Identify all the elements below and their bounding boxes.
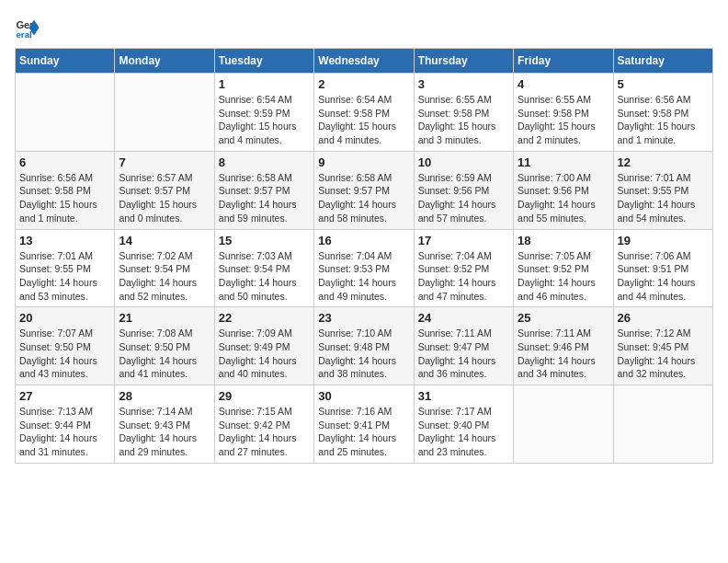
day-number: 27 (19, 389, 110, 403)
day-number: 14 (119, 234, 210, 247)
calendar-week-row: 27Sunrise: 7:13 AM Sunset: 9:44 PM Dayli… (16, 385, 713, 464)
calendar-cell: 19Sunrise: 7:06 AM Sunset: 9:51 PM Dayli… (613, 229, 712, 307)
calendar-cell: 14Sunrise: 7:02 AM Sunset: 9:54 PM Dayli… (115, 229, 214, 307)
day-number: 20 (19, 311, 110, 325)
calendar-week-row: 13Sunrise: 7:01 AM Sunset: 9:55 PM Dayli… (16, 229, 713, 307)
day-info: Sunrise: 7:11 AM Sunset: 9:46 PM Dayligh… (518, 327, 609, 381)
day-of-week-header: Thursday (414, 49, 513, 74)
calendar-cell: 20Sunrise: 7:07 AM Sunset: 9:50 PM Dayli… (16, 307, 115, 385)
day-info: Sunrise: 7:04 AM Sunset: 9:52 PM Dayligh… (418, 249, 509, 304)
day-info: Sunrise: 7:09 AM Sunset: 9:49 PM Dayligh… (219, 327, 310, 381)
day-of-week-header: Saturday (613, 49, 712, 74)
calendar-cell: 9Sunrise: 6:58 AM Sunset: 9:57 PM Daylig… (314, 151, 414, 229)
day-number: 17 (418, 234, 509, 247)
calendar-cell: 12Sunrise: 7:01 AM Sunset: 9:55 PM Dayli… (613, 151, 712, 229)
day-number: 15 (219, 234, 310, 247)
day-info: Sunrise: 6:54 AM Sunset: 9:58 PM Dayligh… (318, 93, 409, 147)
day-info: Sunrise: 6:54 AM Sunset: 9:59 PM Dayligh… (219, 93, 310, 147)
calendar-table: SundayMondayTuesdayWednesdayThursdayFrid… (15, 48, 713, 464)
calendar-cell: 3Sunrise: 6:55 AM Sunset: 9:58 PM Daylig… (414, 74, 513, 152)
day-info: Sunrise: 6:56 AM Sunset: 9:58 PM Dayligh… (618, 93, 709, 147)
day-number: 30 (318, 389, 409, 403)
day-number: 3 (418, 77, 509, 91)
calendar-cell: 31Sunrise: 7:17 AM Sunset: 9:40 PM Dayli… (414, 385, 513, 464)
day-number: 16 (318, 234, 409, 247)
calendar-cell: 29Sunrise: 7:15 AM Sunset: 9:42 PM Dayli… (214, 385, 313, 464)
calendar-cell: 17Sunrise: 7:04 AM Sunset: 9:52 PM Dayli… (414, 229, 513, 307)
day-number: 28 (119, 389, 210, 403)
calendar-cell: 1Sunrise: 6:54 AM Sunset: 9:59 PM Daylig… (214, 74, 313, 152)
day-number: 13 (19, 234, 110, 247)
day-info: Sunrise: 7:07 AM Sunset: 9:50 PM Dayligh… (19, 327, 110, 381)
day-number: 2 (318, 77, 409, 91)
calendar-cell: 16Sunrise: 7:04 AM Sunset: 9:53 PM Dayli… (314, 229, 414, 307)
day-number: 5 (618, 77, 709, 91)
calendar-week-row: 20Sunrise: 7:07 AM Sunset: 9:50 PM Dayli… (16, 307, 713, 385)
day-number: 25 (518, 311, 609, 325)
calendar-cell: 23Sunrise: 7:10 AM Sunset: 9:48 PM Dayli… (314, 307, 414, 385)
calendar-cell (514, 385, 613, 464)
day-info: Sunrise: 7:02 AM Sunset: 9:54 PM Dayligh… (119, 249, 210, 304)
day-number: 8 (219, 155, 310, 169)
calendar-cell (16, 74, 115, 152)
day-info: Sunrise: 7:14 AM Sunset: 9:43 PM Dayligh… (119, 405, 210, 459)
calendar-cell: 6Sunrise: 6:56 AM Sunset: 9:58 PM Daylig… (16, 151, 115, 229)
day-number: 24 (418, 311, 509, 325)
day-info: Sunrise: 7:10 AM Sunset: 9:48 PM Dayligh… (318, 327, 409, 381)
day-number: 31 (418, 389, 509, 403)
calendar-cell (613, 385, 712, 464)
calendar-cell: 13Sunrise: 7:01 AM Sunset: 9:55 PM Dayli… (16, 229, 115, 307)
calendar-cell: 28Sunrise: 7:14 AM Sunset: 9:43 PM Dayli… (115, 385, 214, 464)
day-number: 1 (219, 77, 310, 91)
day-number: 10 (418, 155, 509, 169)
day-info: Sunrise: 6:56 AM Sunset: 9:58 PM Dayligh… (19, 171, 110, 225)
day-of-week-header: Wednesday (314, 49, 414, 74)
day-info: Sunrise: 7:05 AM Sunset: 9:52 PM Dayligh… (518, 249, 609, 304)
day-info: Sunrise: 7:08 AM Sunset: 9:50 PM Dayligh… (119, 327, 210, 381)
day-info: Sunrise: 7:03 AM Sunset: 9:54 PM Dayligh… (219, 249, 310, 304)
calendar-cell: 2Sunrise: 6:54 AM Sunset: 9:58 PM Daylig… (314, 74, 414, 152)
calendar-cell: 7Sunrise: 6:57 AM Sunset: 9:57 PM Daylig… (115, 151, 214, 229)
calendar-cell: 30Sunrise: 7:16 AM Sunset: 9:41 PM Dayli… (314, 385, 414, 464)
logo-icon: Gen eral (15, 15, 40, 40)
day-info: Sunrise: 6:55 AM Sunset: 9:58 PM Dayligh… (518, 93, 609, 147)
day-number: 4 (518, 77, 609, 91)
day-of-week-header: Tuesday (214, 49, 313, 74)
calendar-cell: 25Sunrise: 7:11 AM Sunset: 9:46 PM Dayli… (514, 307, 613, 385)
day-info: Sunrise: 7:16 AM Sunset: 9:41 PM Dayligh… (318, 405, 409, 459)
calendar-cell: 22Sunrise: 7:09 AM Sunset: 9:49 PM Dayli… (214, 307, 313, 385)
calendar-cell: 26Sunrise: 7:12 AM Sunset: 9:45 PM Dayli… (613, 307, 712, 385)
calendar-cell: 4Sunrise: 6:55 AM Sunset: 9:58 PM Daylig… (514, 74, 613, 152)
day-of-week-header: Sunday (16, 49, 115, 74)
day-info: Sunrise: 7:12 AM Sunset: 9:45 PM Dayligh… (618, 327, 709, 381)
day-of-week-header: Monday (115, 49, 214, 74)
day-info: Sunrise: 7:15 AM Sunset: 9:42 PM Dayligh… (219, 405, 310, 459)
day-info: Sunrise: 6:58 AM Sunset: 9:57 PM Dayligh… (318, 171, 409, 225)
day-info: Sunrise: 7:06 AM Sunset: 9:51 PM Dayligh… (618, 249, 709, 304)
day-info: Sunrise: 7:04 AM Sunset: 9:53 PM Dayligh… (318, 249, 409, 304)
calendar-cell: 5Sunrise: 6:56 AM Sunset: 9:58 PM Daylig… (613, 74, 712, 152)
calendar-body: 1Sunrise: 6:54 AM Sunset: 9:59 PM Daylig… (16, 74, 713, 464)
calendar-header-row: SundayMondayTuesdayWednesdayThursdayFrid… (16, 49, 713, 74)
day-info: Sunrise: 6:58 AM Sunset: 9:57 PM Dayligh… (219, 171, 310, 225)
logo: Gen eral (15, 15, 45, 40)
calendar-cell: 24Sunrise: 7:11 AM Sunset: 9:47 PM Dayli… (414, 307, 513, 385)
day-of-week-header: Friday (514, 49, 613, 74)
calendar-cell: 18Sunrise: 7:05 AM Sunset: 9:52 PM Dayli… (514, 229, 613, 307)
day-info: Sunrise: 7:01 AM Sunset: 9:55 PM Dayligh… (618, 171, 709, 225)
day-number: 19 (618, 234, 709, 247)
day-number: 9 (318, 155, 409, 169)
day-info: Sunrise: 7:17 AM Sunset: 9:40 PM Dayligh… (418, 405, 509, 459)
day-info: Sunrise: 7:01 AM Sunset: 9:55 PM Dayligh… (19, 249, 110, 304)
day-number: 29 (219, 389, 310, 403)
day-number: 18 (518, 234, 609, 247)
day-number: 26 (618, 311, 709, 325)
calendar-cell: 15Sunrise: 7:03 AM Sunset: 9:54 PM Dayli… (214, 229, 313, 307)
day-info: Sunrise: 7:11 AM Sunset: 9:47 PM Dayligh… (418, 327, 509, 381)
calendar-cell: 10Sunrise: 6:59 AM Sunset: 9:56 PM Dayli… (414, 151, 513, 229)
day-number: 11 (518, 155, 609, 169)
calendar-week-row: 1Sunrise: 6:54 AM Sunset: 9:59 PM Daylig… (16, 74, 713, 152)
day-info: Sunrise: 7:00 AM Sunset: 9:56 PM Dayligh… (518, 171, 609, 225)
day-info: Sunrise: 6:59 AM Sunset: 9:56 PM Dayligh… (418, 171, 509, 225)
day-info: Sunrise: 6:57 AM Sunset: 9:57 PM Dayligh… (119, 171, 210, 225)
